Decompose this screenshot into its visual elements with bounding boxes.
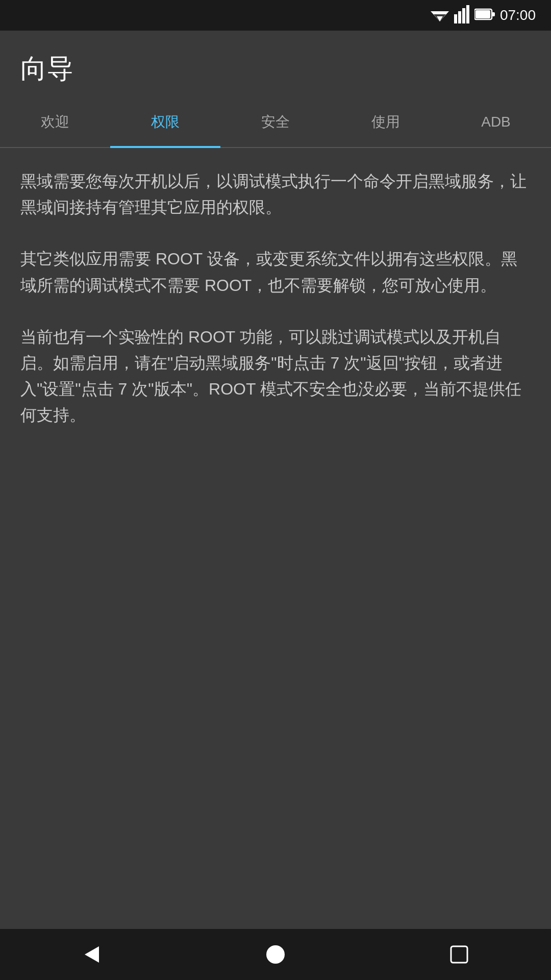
tab-usage[interactable]: 使用 xyxy=(331,97,441,147)
tab-adb[interactable]: ADB xyxy=(441,97,551,147)
home-button[interactable] xyxy=(255,934,296,975)
status-icons: 07:00 xyxy=(431,5,536,26)
svg-rect-6 xyxy=(466,5,469,23)
tab-security[interactable]: 安全 xyxy=(220,97,331,147)
svg-rect-4 xyxy=(458,11,461,23)
svg-point-11 xyxy=(266,945,285,964)
battery-icon xyxy=(474,7,495,23)
signal-icon xyxy=(454,5,469,26)
back-button[interactable] xyxy=(71,934,112,975)
recents-button[interactable] xyxy=(439,934,480,975)
svg-rect-8 xyxy=(492,12,495,16)
tab-permissions[interactable]: 权限 xyxy=(110,97,220,147)
svg-rect-9 xyxy=(475,10,490,18)
content-area: 黑域需要您每次开机以后，以调试模式执行一个命令开启黑域服务，让黑域间接持有管理其… xyxy=(0,148,551,929)
content-paragraph-1: 黑域需要您每次开机以后，以调试模式执行一个命令开启黑域服务，让黑域间接持有管理其… xyxy=(20,168,531,220)
app-title: 向导 xyxy=(20,51,531,87)
svg-marker-10 xyxy=(85,946,99,963)
wifi-icon xyxy=(431,7,449,23)
app-header: 向导 xyxy=(0,31,551,97)
svg-rect-12 xyxy=(451,946,467,963)
content-paragraph-3: 当前也有一个实验性的 ROOT 功能，可以跳过调试模式以及开机自启。如需启用，请… xyxy=(20,324,531,429)
content-paragraph-2: 其它类似应用需要 ROOT 设备，或变更系统文件以拥有这些权限。黑域所需的调试模… xyxy=(20,246,531,298)
svg-rect-5 xyxy=(462,8,465,23)
svg-rect-3 xyxy=(454,14,457,23)
status-time: 07:00 xyxy=(500,7,536,23)
status-bar: 07:00 xyxy=(0,0,551,31)
tab-bar: 欢迎 权限 安全 使用 ADB xyxy=(0,97,551,148)
tab-welcome[interactable]: 欢迎 xyxy=(0,97,110,147)
bottom-nav xyxy=(0,929,551,980)
